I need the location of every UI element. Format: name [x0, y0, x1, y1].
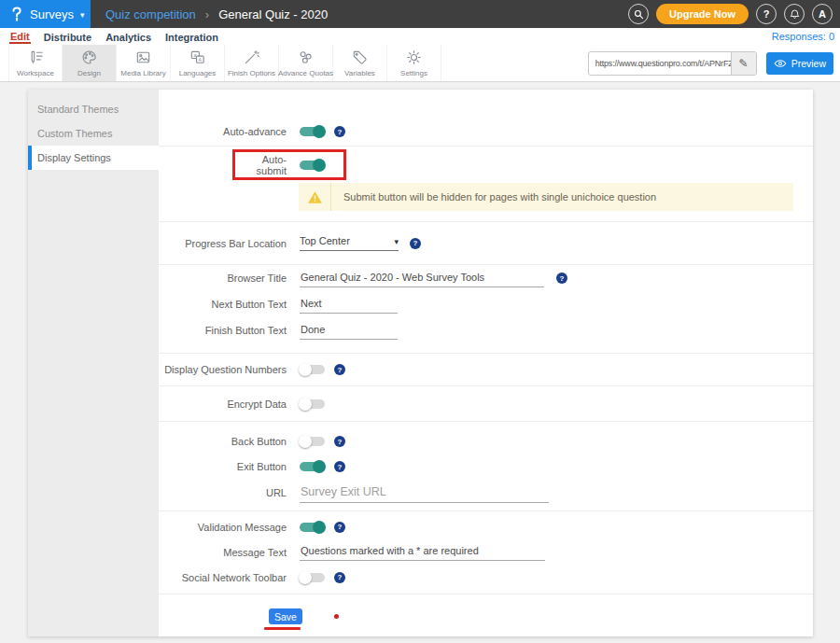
toolbar-item-settings[interactable]: Settings [387, 45, 441, 81]
display-question-numbers-toggle[interactable] [300, 365, 325, 374]
save-button[interactable]: Save [269, 608, 302, 624]
encrypt-data-row: Encrypt Data [159, 398, 325, 410]
back-button-row: Back Button [159, 428, 813, 454]
upgrade-now-button[interactable]: Upgrade Now [656, 4, 749, 24]
toolbar-item-variables[interactable]: Variables [333, 45, 387, 81]
tab-integration[interactable]: Integration [164, 31, 219, 43]
progress-bar-help-icon[interactable] [410, 238, 421, 249]
warning-triangle-icon [299, 183, 331, 211]
languages-icon: a A [189, 49, 206, 66]
exit-url-label: URL [159, 487, 287, 498]
edit-url-button[interactable] [731, 51, 756, 76]
edit-toolbar: Workspace Design Media Library a A Langu… [0, 45, 840, 82]
display-question-numbers-help-icon[interactable] [334, 364, 345, 375]
design-sidebar: Standard Themes Custom Themes Display Se… [28, 90, 159, 636]
warning-text: Submit button will be hidden for pages w… [331, 191, 656, 203]
avatar[interactable]: A [812, 4, 833, 24]
top-bar: Surveys Quiz competition General Quiz - … [0, 0, 840, 28]
display-question-numbers-row: Display Question Numbers [159, 364, 345, 375]
eye-icon [774, 59, 787, 68]
auto-submit-label: Auto-submit [238, 154, 287, 176]
breadcrumb-survey-title: General Quiz - 2020 [218, 7, 328, 21]
responses-count: Responses: 0 [772, 31, 840, 42]
survey-url-text[interactable]: https://www.questionpro.com/t/APNrFZ [589, 59, 731, 68]
search-icon [633, 8, 645, 21]
message-text-row: Message Text [159, 539, 813, 565]
save-section: Save [159, 594, 813, 640]
browser-title-help-icon[interactable] [556, 273, 567, 284]
auto-advance-toggle[interactable] [300, 127, 325, 136]
browser-title-input[interactable] [300, 270, 544, 287]
quota-rings-icon [297, 49, 315, 66]
display-settings-panel: Auto-advance Auto-submit Submit bu [159, 90, 813, 636]
encrypt-data-toggle[interactable] [300, 399, 325, 409]
progress-bar-section: Progress Bar Location Top Center [159, 222, 813, 265]
help-menu-button[interactable]: ? [756, 4, 777, 24]
annotation-highlight-box: Auto-submit [232, 149, 346, 180]
next-button-text-label: Next Button Text [159, 299, 287, 310]
sidebar-item-standard-themes[interactable]: Standard Themes [28, 97, 159, 121]
tab-analytics[interactable]: Analytics [105, 31, 152, 43]
notifications-button[interactable] [784, 4, 805, 24]
navigation-buttons-section: Back Button Exit Button URL [159, 422, 813, 511]
sidebar-item-custom-themes[interactable]: Custom Themes [28, 121, 159, 146]
questionpro-logo-icon [10, 6, 23, 22]
toolbar-item-advance-quotas[interactable]: Advance Quotas [279, 45, 333, 81]
back-button-label: Back Button [159, 436, 287, 447]
gear-icon [405, 49, 423, 66]
validation-message-label: Validation Message [159, 522, 287, 533]
survey-nav-tabs: Edit Distribute Analytics Integration Re… [0, 28, 840, 45]
toolbar-item-design[interactable]: Design [63, 45, 117, 81]
auto-advance-row: Auto-advance [159, 126, 345, 137]
auto-submit-toggle[interactable] [300, 161, 325, 170]
sidebar-item-display-settings[interactable]: Display Settings [28, 146, 159, 170]
next-button-text-input[interactable] [300, 296, 398, 314]
preview-button[interactable]: Preview [766, 52, 833, 75]
auto-advance-section: Auto-advance [159, 90, 813, 147]
finish-button-text-input[interactable] [300, 322, 398, 340]
exit-button-help-icon[interactable] [334, 461, 345, 472]
exit-button-toggle[interactable] [300, 462, 325, 471]
validation-message-help-icon[interactable] [334, 522, 345, 533]
toolbar-item-languages[interactable]: a A Languages [171, 45, 225, 81]
finish-button-text-label: Finish Button Text [159, 325, 287, 336]
survey-url-box[interactable]: https://www.questionpro.com/t/APNrFZ [588, 51, 757, 76]
auto-submit-section: Auto-submit Submit button will be hidden… [159, 149, 813, 222]
media-image-icon [134, 49, 152, 66]
tab-edit[interactable]: Edit [9, 30, 31, 44]
auto-advance-help-icon[interactable] [334, 126, 345, 137]
social-network-toolbar-help-icon[interactable] [334, 572, 345, 583]
toolbar-item-workspace[interactable]: Workspace [8, 45, 63, 81]
validation-section: Validation Message Message Text Social N… [159, 511, 813, 594]
exit-url-row: URL [159, 479, 813, 507]
toolbar-item-media-library[interactable]: Media Library [117, 45, 171, 81]
progress-bar-location-select[interactable]: Top Center [300, 235, 399, 251]
magic-wand-icon [243, 49, 260, 66]
surveys-product-menu[interactable]: Surveys [0, 0, 91, 28]
back-button-help-icon[interactable] [334, 436, 345, 447]
auto-submit-warning: Submit button will be hidden for pages w… [299, 183, 793, 211]
message-text-input[interactable] [300, 543, 545, 561]
progress-bar-row: Progress Bar Location Top Center [159, 235, 421, 251]
breadcrumb-separator-icon [205, 7, 209, 21]
exit-button-row: Exit Button [159, 454, 813, 479]
tag-icon [351, 49, 369, 66]
exit-button-label: Exit Button [159, 461, 287, 472]
search-button[interactable] [628, 4, 649, 24]
validation-message-toggle[interactable] [300, 523, 325, 532]
browser-title-row: Browser Title [159, 265, 813, 291]
social-network-toolbar-row: Social Network Toolbar [159, 565, 813, 590]
design-settings-card: Standard Themes Custom Themes Display Se… [28, 90, 813, 636]
encrypt-data-section: Encrypt Data [159, 386, 813, 422]
social-network-toolbar-label: Social Network Toolbar [159, 572, 287, 583]
social-network-toolbar-toggle[interactable] [300, 573, 325, 582]
bell-icon [789, 8, 801, 21]
exit-url-input[interactable] [300, 483, 549, 503]
tab-distribute[interactable]: Distribute [43, 31, 92, 43]
breadcrumb-workspace[interactable]: Quiz competition [105, 7, 196, 21]
toolbar-item-finish-options[interactable]: Finish Options [225, 45, 279, 81]
workspace-icon [27, 49, 45, 66]
svg-text:a: a [194, 52, 197, 58]
text-settings-section: Browser Title Next Button Text Finish Bu… [159, 265, 813, 354]
back-button-toggle[interactable] [300, 437, 325, 446]
